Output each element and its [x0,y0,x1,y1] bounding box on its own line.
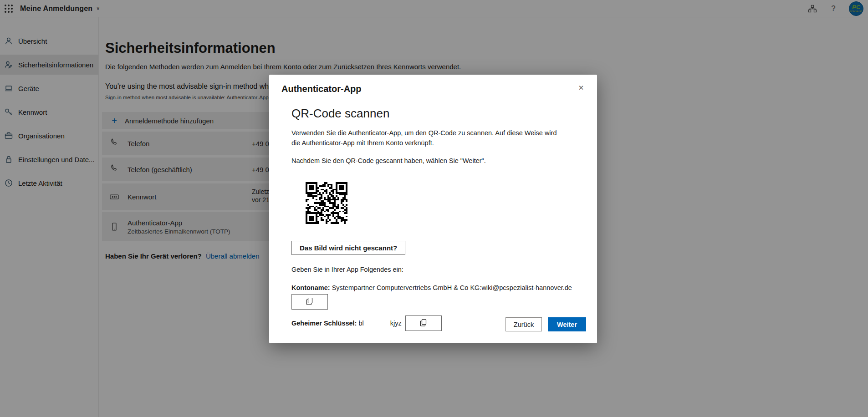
copy-secret-key-button[interactable] [405,315,442,331]
dialog-footer: Zurück Weiter [505,317,586,331]
copy-account-name-button[interactable] [291,294,328,310]
dialog-title: Authenticator-App [281,84,362,94]
qr-code-image [305,181,348,225]
secret-key-prefix: bl [358,320,363,327]
copy-icon [306,297,313,307]
copy-icon [420,319,427,328]
authenticator-app-dialog: Authenticator-App ✕ QR-Code scannen Verw… [269,75,597,343]
page: Meine Anmeldungen ∨ ? PC SPEZIALIST Über… [0,0,868,417]
account-name-label: Kontoname: [291,284,330,291]
account-name-value: Systempartner Computervertriebs GmbH & C… [332,284,572,291]
back-button[interactable]: Zurück [505,317,542,331]
secret-key-label: Geheimer Schlüssel: [291,320,357,327]
qr-instructions-1: Verwenden Sie die Authenticator-App, um … [291,128,560,148]
dialog-body: QR-Code scannen Verwenden Sie die Authen… [291,103,579,331]
image-not-scanning-button[interactable]: Das Bild wird nicht gescannt? [291,241,405,255]
qr-instructions-2: Nachdem Sie den QR-Code gescannt haben, … [291,156,560,166]
qr-scan-heading: QR-Code scannen [291,107,579,121]
enter-in-app-text: Geben Sie in Ihrer App Folgendes ein: [291,266,579,273]
close-icon[interactable]: ✕ [575,82,587,94]
account-name-line: Kontoname: Systempartner Computervertrie… [291,284,579,291]
secret-key-suffix: kjyz [390,320,402,327]
next-button[interactable]: Weiter [548,317,586,331]
